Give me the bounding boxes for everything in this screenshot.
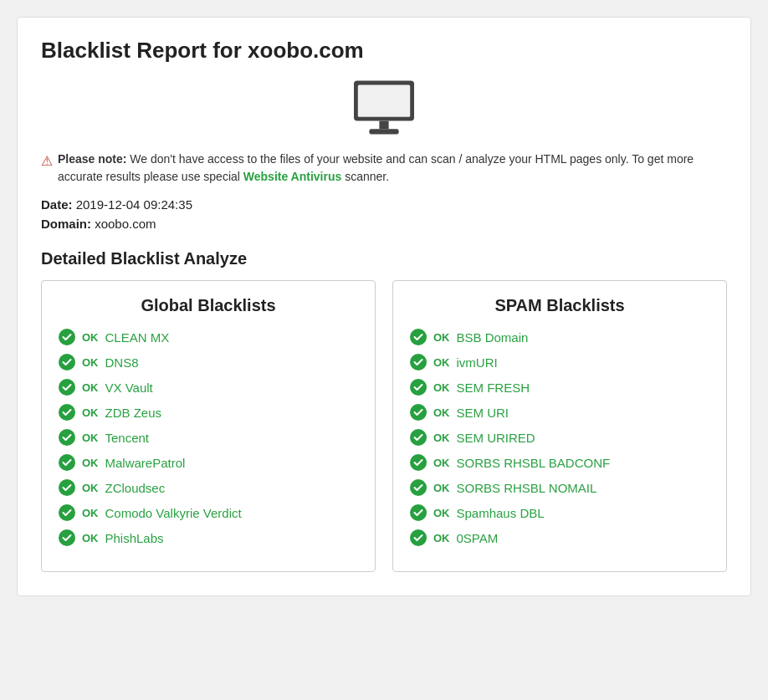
ok-label: OK [82,406,99,419]
ok-label: OK [82,331,99,344]
ok-label: OK [433,482,450,494]
ok-icon [59,354,75,370]
ok-label: OK [82,482,99,494]
ok-label: OK [82,532,99,544]
svg-rect-3 [369,129,398,134]
ok-icon [410,479,427,496]
ok-label: OK [433,331,450,344]
ok-icon [59,404,75,421]
list-item: OK Spamhaus DBL [410,504,709,521]
ok-label: OK [433,457,450,469]
section-title: Detailed Blacklist Analyze [41,249,727,268]
item-name: VX Vault [105,381,153,395]
item-name: MalwarePatrol [105,456,186,470]
item-name: SEM URI [457,406,509,420]
notice-content: Please note: We don't have access to the… [58,151,727,186]
blacklists-grid: Global Blacklists OK CLEAN MX OK DNS8 OK… [41,280,727,572]
ok-icon [59,429,75,446]
item-name: ivmURI [457,355,498,370]
item-name: Tencent [105,431,150,445]
date-label: Date: [41,197,73,212]
ok-icon [410,379,427,396]
list-item: OK CLEAN MX [59,329,358,345]
global-list: OK CLEAN MX OK DNS8 OK VX Vault OK ZDB Z… [59,329,358,546]
ok-label: OK [433,406,450,419]
ok-label: OK [82,457,99,469]
list-item: OK Tencent [59,429,358,446]
ok-label: OK [82,381,99,394]
item-name: PhishLabs [105,531,164,545]
svg-rect-1 [358,84,410,116]
ok-label: OK [433,507,450,519]
list-item: OK 0SPAM [410,529,709,546]
ok-icon [410,429,427,446]
global-panel-title: Global Blacklists [59,296,358,315]
domain-label: Domain: [41,217,91,231]
list-item: OK SEM URIRED [410,429,709,446]
list-item: OK ZCloudsec [59,479,358,496]
ok-icon [410,529,427,546]
list-item: OK ivmURI [410,354,709,370]
date-value: 2019-12-04 09:24:35 [76,197,192,212]
ok-icon [410,404,427,421]
item-name: BSB Domain [457,330,529,345]
domain-row: Domain: xoobo.com [41,217,727,231]
main-container: Blacklist Report for xoobo.com ⚠ Please … [17,17,751,596]
list-item: OK MalwarePatrol [59,454,358,471]
ok-icon [410,354,427,370]
list-item: OK ZDB Zeus [59,404,358,421]
ok-label: OK [82,507,99,519]
item-name: SEM FRESH [457,381,530,395]
ok-icon [59,454,75,471]
ok-label: OK [82,432,99,444]
monitor-icon [41,79,727,137]
item-name: SORBS RHSBL BADCONF [457,456,611,470]
page-title: Blacklist Report for xoobo.com [41,38,727,64]
ok-icon [410,504,427,521]
list-item: OK SORBS RHSBL BADCONF [410,454,709,471]
list-item: OK SORBS RHSBL NOMAIL [410,479,709,496]
notice-text2: scanner. [341,170,389,183]
ok-icon [59,329,75,345]
list-item: OK DNS8 [59,354,358,370]
item-name: Spamhaus DBL [457,506,545,520]
item-name: ZCloudsec [105,481,166,495]
item-name: ZDB Zeus [105,406,162,420]
domain-value: xoobo.com [95,217,156,231]
list-item: OK VX Vault [59,379,358,396]
spam-blacklists-panel: SPAM Blacklists OK BSB Domain OK ivmURI … [392,280,727,572]
ok-icon [59,504,75,521]
antivirus-link[interactable]: Website Antivirus [243,170,341,183]
item-name: 0SPAM [457,531,499,545]
ok-label: OK [82,356,99,369]
list-item: OK SEM FRESH [410,379,709,396]
ok-label: OK [433,381,450,394]
monitor-svg [351,79,417,137]
item-name: Comodo Valkyrie Verdict [105,506,242,520]
ok-icon [59,379,75,396]
info-icon: ⚠ [41,151,53,171]
svg-rect-2 [379,121,388,130]
spam-list: OK BSB Domain OK ivmURI OK SEM FRESH OK … [410,329,709,546]
ok-label: OK [433,356,450,369]
list-item: OK Comodo Valkyrie Verdict [59,504,358,521]
item-name: SEM URIRED [457,431,535,445]
ok-icon [59,529,75,546]
item-name: SORBS RHSBL NOMAIL [457,481,597,495]
ok-label: OK [433,432,450,444]
notice-bar: ⚠ Please note: We don't have access to t… [41,151,727,186]
ok-icon [59,479,75,496]
list-item: OK SEM URI [410,404,709,421]
ok-label: OK [433,532,450,544]
global-blacklists-panel: Global Blacklists OK CLEAN MX OK DNS8 OK… [41,280,376,572]
spam-panel-title: SPAM Blacklists [410,296,709,315]
ok-icon [410,329,427,345]
date-row: Date: 2019-12-04 09:24:35 [41,197,727,212]
ok-icon [410,454,427,471]
list-item: OK BSB Domain [410,329,709,345]
item-name: DNS8 [105,355,139,370]
item-name: CLEAN MX [105,330,170,345]
notice-bold: Please note: [58,152,126,166]
list-item: OK PhishLabs [59,529,358,546]
